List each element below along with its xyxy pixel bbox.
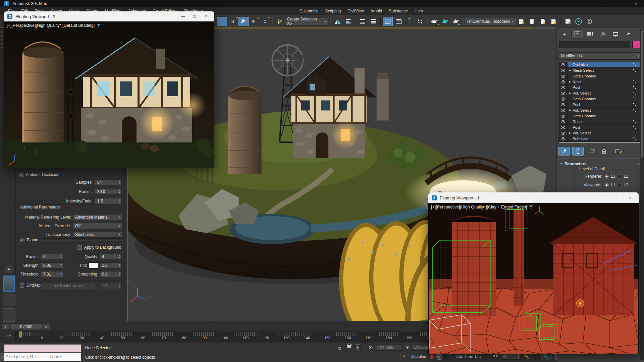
percent-snap-button[interactable]: %?	[249, 17, 259, 26]
modifier-subdivide[interactable]: Subdivide	[559, 136, 641, 142]
visibility-eye-icon[interactable]	[559, 130, 568, 136]
tab-display[interactable]	[609, 29, 622, 39]
select-object-button[interactable]: ↑	[217, 17, 227, 26]
set-key-mode-button[interactable]	[539, 353, 552, 360]
modifier-noise[interactable]: ▶Noise	[559, 79, 641, 85]
filter-funnel-icon[interactable]	[529, 205, 533, 209]
maximize-button[interactable]: □	[614, 195, 624, 200]
close-button[interactable]: ×	[201, 14, 211, 19]
rollout-divider[interactable]	[558, 158, 642, 158]
minimize-button[interactable]: —	[178, 14, 188, 19]
open-scene-button[interactable]	[527, 17, 537, 26]
pin-stack-button[interactable]	[558, 147, 570, 156]
curve-editor-button[interactable]: ~	[393, 17, 404, 26]
visibility-eye-icon[interactable]	[559, 85, 568, 90]
menu-substance[interactable]: Substance	[385, 7, 411, 15]
expand-arrow-icon[interactable]: ▶	[568, 132, 573, 134]
expand-arrow-icon[interactable]: ▶	[568, 69, 573, 72]
validate-button[interactable]: ✓	[574, 17, 584, 26]
visibility-eye-icon[interactable]	[559, 68, 568, 73]
maxscript-mini-listener[interactable]: Scripting Mini Listener	[4, 353, 81, 361]
align-button[interactable]	[343, 17, 353, 26]
visibility-eye-icon[interactable]	[559, 62, 568, 67]
transparency-dropdown[interactable]: Stochastic▾	[73, 232, 122, 238]
floating-viewport-1-window[interactable]: 3 Floating Viewport - 1 — □ × [+][Perspe…	[428, 192, 639, 354]
x-coordinate-field[interactable]: -124.868m	[374, 345, 402, 351]
intensity-fade-spinner[interactable]: 1.5▲▼	[95, 198, 122, 204]
viewports-l2-radio[interactable]	[617, 183, 622, 187]
modifier-circle[interactable]: Circle	[559, 143, 641, 144]
modifier-vol-select[interactable]: ▶Vol. Select	[559, 90, 641, 96]
window-maximize-button[interactable]: □	[613, 0, 629, 7]
remove-modifier-button[interactable]	[598, 147, 610, 156]
visibility-eye-icon[interactable]	[559, 96, 568, 102]
quality-spinner[interactable]: 4▲▼	[100, 254, 122, 260]
apply-to-background-checkbox[interactable]	[77, 245, 82, 250]
mini-curve-editor-button[interactable]: ≡~	[5, 332, 13, 340]
new-scene-button[interactable]	[516, 17, 526, 26]
visibility-eye-icon[interactable]	[559, 102, 568, 107]
filter-funnel-icon[interactable]	[97, 24, 101, 27]
listener-scroll-button[interactable]: <	[0, 353, 4, 361]
save-scene-button[interactable]	[563, 17, 573, 26]
material-rendering-level-dropdown[interactable]: Advanced Material▾	[73, 214, 122, 220]
menu-arnold[interactable]: Arnold	[367, 7, 386, 15]
toggle-ribbon-button[interactable]	[383, 17, 393, 26]
project-path-dropdown[interactable]: H:\Clients\au...eModeling_001 ▾	[465, 18, 516, 25]
visibility-eye-icon[interactable]	[559, 79, 568, 84]
visibility-eye-icon[interactable]	[559, 73, 568, 79]
smart-select-button[interactable]: ?	[238, 17, 249, 26]
viewport-1-shading-label[interactable]: [+][Perspective][High Quality*][Clay + E…	[431, 205, 533, 209]
smoothing-spinner[interactable]: 0.8▲▼	[100, 271, 122, 277]
modifier-mesh-select[interactable]: ▶Mesh Select	[559, 68, 641, 73]
viewport-layout-tab-3[interactable]	[3, 308, 15, 322]
threshold-spinner[interactable]: 7.31▲▼	[41, 271, 63, 277]
floating-viewport-2-titlebar[interactable]: 3 Floating Viewport - 2 — □ ×	[4, 11, 214, 21]
ao-radius-spinner[interactable]: 30.0▲▼	[95, 189, 122, 195]
isolate-selection-icon[interactable]: ⧉	[338, 346, 341, 351]
edit-named-selection-sets-button[interactable]: {	[274, 17, 284, 26]
modifier-push[interactable]: Push	[559, 102, 641, 108]
modifier-vol-select[interactable]: ▶Vol. Select	[559, 108, 641, 113]
expand-tray-button[interactable]: ▶	[5, 265, 13, 273]
visibility-eye-icon[interactable]	[559, 125, 568, 130]
visibility-eye-icon[interactable]	[559, 119, 568, 124]
close-button[interactable]: ×	[625, 195, 635, 200]
expand-arrow-icon[interactable]: ▶	[568, 80, 573, 83]
time-slider-handle[interactable]	[19, 331, 22, 337]
dirtmap-checkbox[interactable]	[20, 283, 24, 288]
viewports-l1-radio[interactable]	[604, 183, 609, 187]
visibility-eye-icon[interactable]	[559, 136, 568, 141]
previous-frame-button[interactable]: <	[2, 324, 9, 329]
render-production-button[interactable]: ▶	[451, 17, 461, 26]
viewport-layout-tab-1[interactable]	[3, 276, 15, 292]
mirror-button[interactable]	[332, 17, 342, 26]
minimize-button[interactable]: —	[602, 195, 612, 200]
tint-color-swatch[interactable]	[89, 262, 98, 268]
key-gear-icon[interactable]	[524, 354, 529, 359]
floating-viewport-1-titlebar[interactable]: 3 Floating Viewport - 1 — □ ×	[428, 192, 639, 203]
maximize-button[interactable]: □	[190, 14, 200, 19]
viewport-layout-tab-2[interactable]	[3, 294, 15, 306]
modifier-vol-select[interactable]: ▶Vol. Select	[559, 130, 641, 136]
selection-lock-icon[interactable]	[347, 345, 351, 348]
modifier-push[interactable]: Push	[559, 85, 641, 90]
expand-arrow-icon[interactable]: ▶	[568, 109, 573, 112]
floating-viewport-1-canvas[interactable]: [+][Perspective][High Quality*][Clay + E…	[428, 203, 639, 354]
object-name-field[interactable]	[559, 41, 630, 48]
renderer-l1-radio[interactable]	[604, 174, 609, 179]
samples-spinner[interactable]: 64▲▼	[95, 179, 122, 185]
time-ruler[interactable]: 0102030405060708090100110120130140150160…	[15, 331, 429, 342]
visibility-eye-icon[interactable]	[559, 108, 568, 113]
modifier-push[interactable]: Push	[559, 125, 641, 130]
menu-scripting[interactable]: Scripting	[322, 7, 344, 15]
render-setup-button[interactable]: ●	[429, 17, 439, 26]
modifier-data-channel[interactable]: Data Channel	[559, 73, 641, 79]
floating-viewport-2-canvas[interactable]: [+][Perspective][High Quality*][Default …	[4, 21, 214, 168]
tab-utilities[interactable]	[622, 29, 634, 39]
viewport-2-shading-label[interactable]: [+][Perspective][High Quality*][Default …	[7, 23, 101, 28]
layer-explorer-button[interactable]	[368, 17, 378, 26]
renderer-l2-radio[interactable]	[617, 174, 622, 179]
shield-half-icon[interactable]: ◐	[403, 354, 406, 359]
spin-left-icon[interactable]: ◀	[492, 354, 495, 357]
